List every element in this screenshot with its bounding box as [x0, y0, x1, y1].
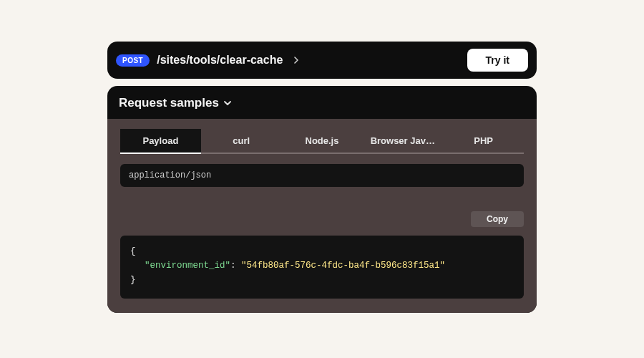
tab-browser-js[interactable]: Browser Jav… — [362, 129, 443, 154]
endpoint-header: POST /sites/tools/clear-cache Try it — [107, 42, 537, 79]
json-open-brace: { — [130, 246, 136, 256]
chevron-right-icon[interactable] — [291, 55, 301, 65]
try-it-button[interactable]: Try it — [467, 49, 528, 72]
copy-row: Copy — [120, 211, 524, 227]
request-samples-panel: Request samples Payload curl Node.js Bro… — [107, 86, 537, 313]
json-value: "54fb80af-576c-4fdc-ba4f-b596c83f15a1" — [241, 261, 445, 271]
json-key: "environment_id" — [145, 261, 230, 271]
request-samples-body: Payload curl Node.js Browser Jav… PHP ap… — [107, 119, 537, 313]
json-colon: : — [230, 261, 241, 271]
json-close-brace: } — [130, 275, 136, 285]
endpoint-path: /sites/tools/clear-cache — [157, 54, 283, 67]
request-samples-title: Request samples — [119, 96, 219, 110]
language-tabs: Payload curl Node.js Browser Jav… PHP — [120, 129, 524, 154]
copy-button[interactable]: Copy — [471, 211, 524, 227]
tab-php[interactable]: PHP — [443, 129, 524, 154]
http-method-badge: POST — [116, 54, 150, 67]
payload-code-block: { "environment_id": "54fb80af-576c-4fdc-… — [120, 236, 524, 299]
chevron-down-icon — [223, 98, 233, 108]
api-endpoint-card: POST /sites/tools/clear-cache Try it Req… — [107, 42, 537, 313]
tab-curl[interactable]: curl — [201, 129, 282, 154]
tab-nodejs[interactable]: Node.js — [282, 129, 363, 154]
request-samples-header[interactable]: Request samples — [107, 86, 537, 119]
tab-payload[interactable]: Payload — [120, 129, 201, 154]
content-type-select[interactable]: application/json — [120, 164, 524, 187]
